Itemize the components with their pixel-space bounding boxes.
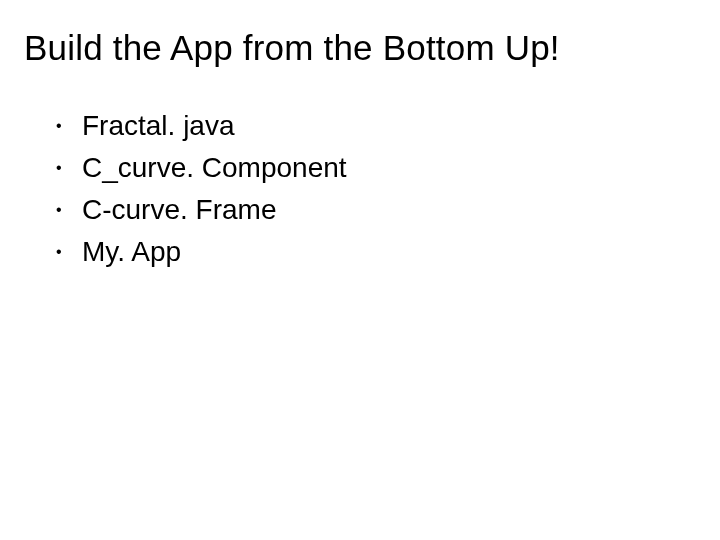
list-item: • My. App xyxy=(56,234,696,270)
list-item: • C_curve. Component xyxy=(56,150,696,186)
bullet-text: C_curve. Component xyxy=(82,150,347,186)
bullet-icon: • xyxy=(56,150,66,186)
bullet-icon: • xyxy=(56,108,66,144)
bullet-text: C-curve. Frame xyxy=(82,192,276,228)
bullet-text: Fractal. java xyxy=(82,108,235,144)
list-item: • C-curve. Frame xyxy=(56,192,696,228)
bullet-list: • Fractal. java • C_curve. Component • C… xyxy=(24,108,696,270)
bullet-icon: • xyxy=(56,192,66,228)
list-item: • Fractal. java xyxy=(56,108,696,144)
bullet-text: My. App xyxy=(82,234,181,270)
slide-title: Build the App from the Bottom Up! xyxy=(24,28,696,68)
bullet-icon: • xyxy=(56,234,66,270)
